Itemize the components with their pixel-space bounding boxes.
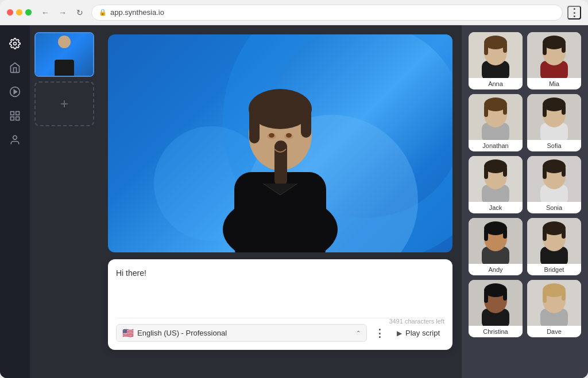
svg-rect-61 — [503, 228, 507, 239]
avatar-image-jack — [469, 156, 523, 202]
svg-point-7 — [13, 136, 17, 140]
sidebar-item-play[interactable] — [5, 81, 25, 102]
avatar-name-sofia: Sofia — [527, 140, 581, 151]
avatar-name-andy: Andy — [469, 264, 523, 275]
settings-icon — [9, 38, 21, 49]
avatar-card-dave[interactable]: Dave — [527, 280, 581, 337]
svg-rect-67 — [562, 228, 566, 239]
presenter-svg — [194, 34, 366, 252]
chevron-down-icon: ⌃ — [356, 330, 361, 336]
sidebar — [0, 25, 30, 378]
reload-button[interactable]: ↻ — [73, 6, 87, 20]
svg-rect-4 — [16, 112, 20, 115]
scenes-icon — [9, 110, 21, 122]
avatar-image-mia — [527, 32, 581, 78]
svg-rect-43 — [562, 104, 566, 115]
svg-rect-3 — [11, 112, 14, 115]
svg-rect-66 — [543, 228, 547, 241]
avatar-name-anna: Anna — [469, 78, 523, 89]
svg-rect-30 — [543, 42, 547, 55]
back-button[interactable]: ← — [38, 6, 52, 20]
window-controls — [7, 9, 32, 15]
svg-point-18 — [269, 133, 274, 138]
avatar-card-christina[interactable]: Christina — [469, 280, 523, 337]
svg-rect-55 — [562, 166, 566, 177]
svg-rect-78 — [543, 290, 547, 303]
svg-rect-6 — [16, 117, 20, 120]
avatar-card-jack[interactable]: Jack — [469, 156, 523, 213]
minimize-window-button[interactable] — [16, 9, 22, 15]
avatar-card-sonia[interactable]: Sonia — [527, 156, 581, 213]
avatar-card-andy[interactable]: Andy — [469, 218, 523, 275]
avatar-image-christina — [469, 280, 523, 326]
browser-menu-button[interactable]: ⋮ — [567, 6, 581, 20]
avatar-name-sonia: Sonia — [527, 202, 581, 213]
char-count: 3491 characters left — [389, 318, 444, 325]
avatar-grid: Anna Mia — [469, 32, 581, 337]
language-label: English (US) - Professional — [137, 329, 227, 337]
avatar-name-bridget: Bridget — [527, 264, 581, 275]
main-content: Hi there! 3491 characters left 🇺🇸 Englis… — [99, 25, 462, 378]
avatar-image-dave — [527, 280, 581, 326]
avatar-svg-sonia — [531, 156, 577, 202]
user-icon — [9, 134, 21, 146]
svg-rect-31 — [562, 42, 566, 53]
scene-panel: + — [30, 25, 99, 378]
scene-avatar-body — [55, 60, 74, 76]
browser-navigation: ← → ↻ — [38, 6, 87, 20]
sidebar-item-scenes[interactable] — [5, 106, 25, 126]
forward-button[interactable]: → — [56, 6, 69, 20]
avatar-image-andy — [469, 218, 523, 264]
svg-rect-36 — [484, 104, 488, 117]
play-circle-icon — [9, 86, 21, 98]
svg-rect-54 — [543, 166, 547, 179]
avatar-name-jack: Jack — [469, 202, 523, 213]
address-bar[interactable]: 🔒 app.synthesia.io — [91, 5, 563, 21]
svg-point-19 — [286, 133, 292, 138]
svg-rect-24 — [484, 42, 488, 55]
avatar-image-jonathan — [469, 94, 523, 140]
maximize-window-button[interactable] — [25, 9, 32, 15]
close-window-button[interactable] — [7, 9, 13, 15]
browser-chrome: ← → ↻ 🔒 app.synthesia.io ⋮ — [0, 0, 588, 25]
avatar-svg-mia — [531, 32, 577, 78]
play-script-button[interactable]: ▶ Play script — [392, 326, 444, 340]
scene-thumbnail-image — [36, 33, 93, 76]
avatar-card-sofia[interactable]: Sofia — [527, 94, 581, 151]
avatar-svg-sofia — [531, 94, 577, 140]
svg-rect-37 — [503, 104, 507, 115]
avatar-selector: Anna Mia — [462, 25, 588, 378]
avatar-image-bridget — [527, 218, 581, 264]
scene-thumbnail-1[interactable] — [34, 32, 94, 77]
avatar-name-mia: Mia — [527, 78, 581, 89]
svg-rect-25 — [503, 42, 507, 53]
sidebar-item-user[interactable] — [5, 130, 25, 150]
play-script-label: Play script — [405, 329, 440, 337]
avatar-card-mia[interactable]: Mia — [527, 32, 581, 89]
avatar-svg-anna — [473, 32, 519, 78]
app-container: + — [0, 25, 588, 378]
language-selector[interactable]: 🇺🇸 English (US) - Professional ⌃ — [116, 324, 367, 342]
script-panel: Hi there! 3491 characters left 🇺🇸 Englis… — [108, 259, 452, 350]
avatar-image-anna — [469, 32, 523, 78]
avatar-svg-jonathan — [473, 94, 519, 140]
script-more-button[interactable]: ⋮ — [372, 325, 388, 341]
sidebar-item-home[interactable] — [5, 57, 25, 78]
avatar-name-jonathan: Jonathan — [469, 140, 523, 151]
svg-rect-15 — [274, 141, 287, 186]
avatar-svg-jack — [473, 156, 519, 202]
svg-rect-60 — [484, 228, 488, 241]
avatar-card-jonathan[interactable]: Jonathan — [469, 94, 523, 151]
add-scene-button[interactable]: + — [34, 81, 94, 126]
avatar-name-dave: Dave — [527, 326, 581, 337]
avatar-card-bridget[interactable]: Bridget — [527, 218, 581, 275]
avatar-name-christina: Christina — [469, 326, 523, 337]
svg-point-0 — [14, 42, 17, 45]
script-text-area[interactable]: Hi there! — [116, 267, 444, 313]
avatar-svg-dave — [531, 280, 577, 326]
home-icon — [9, 62, 21, 73]
avatar-card-anna[interactable]: Anna — [469, 32, 523, 89]
svg-rect-72 — [484, 290, 488, 303]
svg-rect-73 — [503, 290, 507, 301]
sidebar-item-settings[interactable] — [5, 33, 25, 54]
